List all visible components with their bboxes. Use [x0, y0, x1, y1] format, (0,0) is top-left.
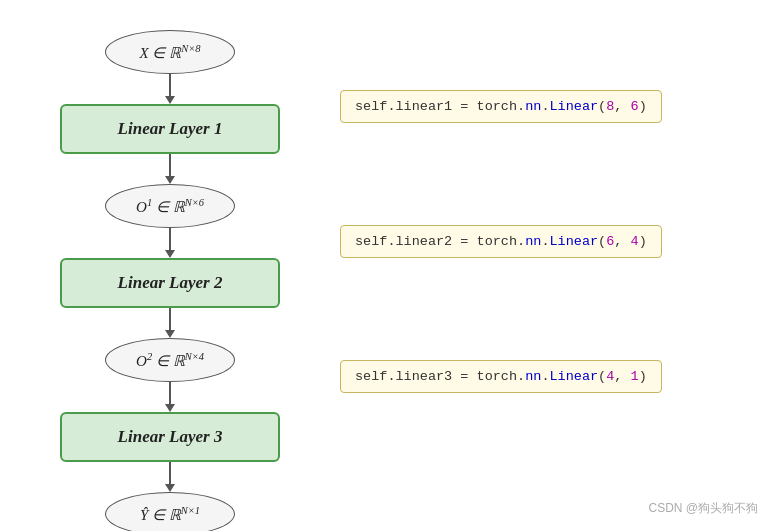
arrow-head	[165, 330, 175, 338]
arrow-4	[165, 308, 175, 338]
arrow-head	[165, 176, 175, 184]
arrow-3	[165, 228, 175, 258]
output-node-2: O2 ∈ ℝN×4	[105, 338, 235, 382]
arrow-head	[165, 484, 175, 492]
arrow-5	[165, 382, 175, 412]
arrow-2	[165, 154, 175, 184]
arrow-6	[165, 462, 175, 492]
arrow-line	[169, 308, 171, 330]
arrow-1	[165, 74, 175, 104]
code-box-1: self.linear1 = torch.nn.Linear(8, 6)	[340, 90, 662, 123]
arrow-head	[165, 250, 175, 258]
arrow-line	[169, 228, 171, 250]
code-box-2: self.linear2 = torch.nn.Linear(6, 4)	[340, 225, 662, 258]
output-node-1: O1 ∈ ℝN×6	[105, 184, 235, 228]
arrow-head	[165, 96, 175, 104]
linear-layer-2: Linear Layer 2	[60, 258, 280, 308]
watermark: CSDN @狗头狗不狗	[648, 500, 758, 517]
input-node: X ∈ ℝN×8	[105, 30, 235, 74]
output-final-node: Ŷ ∈ ℝN×1	[105, 492, 235, 531]
flow-column: X ∈ ℝN×8 Linear Layer 1 O1 ∈ ℝN×6 Linear…	[30, 20, 310, 531]
code-box-3: self.linear3 = torch.nn.Linear(4, 1)	[340, 360, 662, 393]
arrow-line	[169, 74, 171, 96]
diagram-container: X ∈ ℝN×8 Linear Layer 1 O1 ∈ ℝN×6 Linear…	[0, 0, 778, 531]
linear-layer-3: Linear Layer 3	[60, 412, 280, 462]
linear-layer-1: Linear Layer 1	[60, 104, 280, 154]
code-column: self.linear1 = torch.nn.Linear(8, 6) sel…	[310, 20, 662, 393]
arrow-line	[169, 462, 171, 484]
arrow-head	[165, 404, 175, 412]
arrow-line	[169, 154, 171, 176]
arrow-line	[169, 382, 171, 404]
